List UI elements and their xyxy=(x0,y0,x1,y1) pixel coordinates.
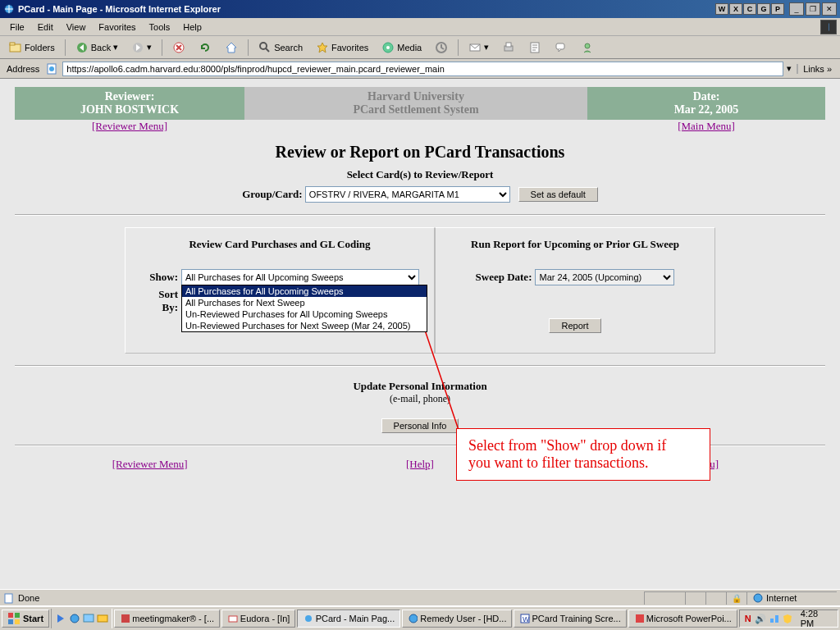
menu-favorites[interactable]: Favorites xyxy=(92,21,142,34)
addressbar: Address ▾ Links » xyxy=(0,59,840,79)
tray-vol-icon[interactable]: 🔊 xyxy=(755,614,766,624)
refresh-button[interactable] xyxy=(193,39,217,57)
task-meetingmaker[interactable]: meetingmaker® - [... xyxy=(114,609,220,628)
links-button[interactable]: Links » xyxy=(797,64,837,74)
task-remedy[interactable]: Remedy User - [HD... xyxy=(402,609,512,628)
header-banner: Reviewer: JOHN BOSTWICK Harvard Universi… xyxy=(15,87,825,120)
close-button[interactable]: ✕ xyxy=(822,2,837,16)
svg-rect-38 xyxy=(775,615,778,623)
svg-point-9 xyxy=(386,46,390,49)
svg-rect-24 xyxy=(15,613,20,618)
svg-rect-31 xyxy=(229,616,237,622)
svg-rect-3 xyxy=(10,43,15,45)
address-dropdown[interactable]: ▾ xyxy=(787,63,792,74)
report-panel-title: Run Report for Upcoming or Prior GL Swee… xyxy=(450,238,700,251)
window-titlebar: PCard - Main Page - Microsoft Internet E… xyxy=(0,0,840,18)
menu-tools[interactable]: Tools xyxy=(143,21,177,34)
folders-button[interactable]: Folders xyxy=(3,39,61,57)
edit-button[interactable] xyxy=(523,39,547,57)
home-button[interactable] xyxy=(219,39,244,57)
svg-rect-13 xyxy=(506,43,511,47)
menu-edit[interactable]: Edit xyxy=(31,21,60,34)
svg-rect-37 xyxy=(770,619,774,623)
tray-cal-icon[interactable]: C xyxy=(743,3,756,15)
tray-ppt-icon[interactable]: P xyxy=(771,3,784,15)
svg-rect-15 xyxy=(556,43,564,49)
address-input[interactable] xyxy=(62,62,783,76)
svg-point-32 xyxy=(305,615,312,622)
lock-icon: 🔒 xyxy=(732,594,742,603)
tray-n-icon[interactable]: N xyxy=(745,614,751,623)
svg-rect-28 xyxy=(84,614,94,622)
tray-net-icon[interactable] xyxy=(769,614,779,623)
report-button[interactable]: Report xyxy=(549,318,600,333)
mail-button[interactable]: ▾ xyxy=(463,39,495,57)
tray-excel-icon[interactable]: X xyxy=(729,3,742,15)
start-button[interactable]: Start xyxy=(2,609,49,628)
taskbar: Start meetingmaker® - [... Eudora - [In]… xyxy=(0,605,840,630)
print-button[interactable] xyxy=(496,39,521,57)
show-label: Show: xyxy=(140,271,178,284)
help-link[interactable]: [Help] xyxy=(406,458,434,470)
set-default-button[interactable]: Set as default xyxy=(518,187,598,202)
reviewer-menu-link-bottom[interactable]: [Reviewer Menu] xyxy=(112,458,188,470)
show-option-1[interactable]: All Purchases for Next Sweep xyxy=(182,297,427,308)
svg-point-16 xyxy=(585,43,590,48)
show-option-2[interactable]: Un-Reviewed Purchases for All Upcoming S… xyxy=(182,308,427,320)
review-panel: Review Card Purchases and GL Coding Show… xyxy=(125,227,435,354)
task-pcard-training[interactable]: WPCard Training Scre... xyxy=(514,609,626,628)
ql-outlook-icon[interactable] xyxy=(96,612,109,625)
messenger-button[interactable] xyxy=(575,39,600,57)
menu-help[interactable]: Help xyxy=(176,21,208,34)
main-menu-link-top[interactable]: [Main Menu] xyxy=(678,120,735,132)
svg-rect-21 xyxy=(5,594,12,603)
media-button[interactable]: Media xyxy=(376,39,427,57)
svg-point-18 xyxy=(49,66,54,71)
show-select[interactable]: All Purchases for All Upcoming Sweeps xyxy=(181,269,419,285)
group-card-select[interactable]: OFSTRV / RIVERA, MARGARITA M1 xyxy=(305,186,510,203)
reviewer-menu-link-top[interactable]: [Reviewer Menu] xyxy=(92,120,167,132)
tray-g-icon[interactable]: G xyxy=(757,3,770,15)
back-button[interactable]: Back ▾ xyxy=(70,39,124,57)
tray-shield-icon[interactable] xyxy=(783,614,792,623)
svg-rect-25 xyxy=(8,619,13,624)
show-option-3[interactable]: Un-Reviewed Purchases for Next Sweep (Ma… xyxy=(182,320,427,331)
svg-point-7 xyxy=(260,43,267,49)
menubar: File Edit View Favorites Tools Help xyxy=(0,18,840,36)
personal-info-button[interactable]: Personal Info xyxy=(381,418,459,433)
sweep-date-select[interactable]: Mar 24, 2005 (Upcoming) xyxy=(535,269,674,285)
stop-button[interactable] xyxy=(167,39,191,57)
forward-button[interactable]: ▾ xyxy=(126,39,158,57)
sweep-date-label: Sweep Date: xyxy=(476,271,532,284)
sort-by-label: Sort By: xyxy=(140,288,178,314)
zone-icon xyxy=(752,592,764,604)
ql-ie-icon[interactable] xyxy=(68,612,81,625)
svg-point-33 xyxy=(409,614,418,623)
page-title: Review or Report on PCard Transactions xyxy=(15,143,825,162)
search-button[interactable]: Search xyxy=(253,39,308,57)
menu-view[interactable]: View xyxy=(60,21,93,34)
system-tray: N 🔊 4:28 PM xyxy=(739,609,838,628)
ql-desktop-icon[interactable] xyxy=(82,612,95,625)
review-panel-title: Review Card Purchases and GL Coding xyxy=(140,238,419,251)
task-pcard[interactable]: PCard - Main Pag... xyxy=(297,609,400,628)
task-eudora[interactable]: Eudora - [In] xyxy=(221,609,295,628)
toolbar: Folders Back ▾ ▾ Search Favorites Media … xyxy=(0,36,840,59)
address-label: Address xyxy=(3,64,43,74)
task-powerpoint[interactable]: Microsoft PowerPoi... xyxy=(628,609,737,628)
discuss-button[interactable] xyxy=(549,39,573,57)
restore-button[interactable]: ❐ xyxy=(806,2,820,16)
personal-info-heading: Update Personal Information xyxy=(15,380,825,393)
ql-play-icon[interactable] xyxy=(54,612,67,625)
date-value: Mar 22, 2005 xyxy=(587,103,825,116)
svg-point-27 xyxy=(71,614,79,623)
reviewer-name: JOHN BOSTWICK xyxy=(15,103,244,116)
history-button[interactable] xyxy=(429,39,454,57)
svg-rect-26 xyxy=(15,619,20,624)
menu-file[interactable]: File xyxy=(3,21,31,34)
throbber-icon xyxy=(820,20,837,34)
minimize-button[interactable]: _ xyxy=(789,2,804,16)
tray-word-icon[interactable]: W xyxy=(715,3,728,15)
show-option-0[interactable]: All Purchases for All Upcoming Sweeps xyxy=(182,285,427,297)
favorites-button[interactable]: Favorites xyxy=(310,39,374,57)
